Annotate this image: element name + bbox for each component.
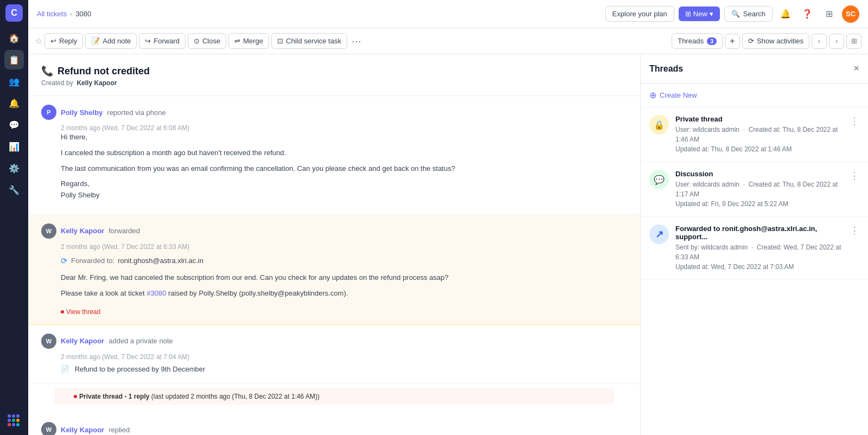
message-meta: P Polly Shelby reported via phone <box>41 105 627 120</box>
star-button[interactable]: ☆ <box>35 36 42 46</box>
notifications-icon[interactable]: 🔔 <box>777 5 794 23</box>
topnav-actions: Explore your plan ⊞ New ▾ 🔍 Search 🔔 ❓ ⊞… <box>605 5 859 23</box>
thread-indicator[interactable]: Private thread - 1 reply (last updated 2… <box>54 388 614 405</box>
sidebar-icon-home[interactable]: 🏠 <box>4 28 24 48</box>
view-thread-button[interactable]: View thread <box>61 308 100 316</box>
thread-item[interactable]: ↗ Forwarded to ronit.ghosh@astra.xlri.ac… <box>641 217 868 280</box>
threads-panel: Threads × ⊕ Create New 🔒 Private thread … <box>640 54 868 435</box>
add-note-button[interactable]: 📝 Add note <box>85 33 137 49</box>
ticket-subtitle: Created by Kelly Kapoor <box>41 79 627 87</box>
merge-button[interactable]: ⇌ Merge <box>228 33 269 49</box>
forward-button[interactable]: ↪ Forward <box>139 33 186 49</box>
message-meta: W Kelly Kapoor replied <box>41 422 627 435</box>
thread-indicator-label: Private thread - 1 reply (last updated 2… <box>79 393 320 400</box>
thread-item[interactable]: 🔒 Private thread User: wildcards admin ·… <box>641 107 868 162</box>
message-item: P Polly Shelby reported via phone 2 mont… <box>28 96 640 215</box>
message-body: 📄 Refund to be processed by 9th December <box>41 364 627 375</box>
thread-dot-icon <box>61 310 64 314</box>
message-body: Hi there, I canceled the subscription a … <box>41 132 627 201</box>
new-button[interactable]: ⊞ New ▾ <box>679 7 720 21</box>
close-threads-panel-button[interactable]: × <box>853 63 859 74</box>
thread-indicator-wrapper: Private thread - 1 reply (last updated 2… <box>28 384 640 413</box>
sidebar-icon-reports[interactable]: 📊 <box>4 137 24 156</box>
message-time: 2 months ago (Wed, 7 Dec 2022 at 6:33 AM… <box>61 243 627 251</box>
forwarded-thread-icon: ↗ <box>649 225 669 244</box>
thread-meta: User: wildcards admin · Created at: Thu,… <box>675 180 843 209</box>
show-activities-button[interactable]: ⟳ Show activities <box>742 33 809 49</box>
sidebar-icon-tickets[interactable]: 📋 <box>4 50 24 69</box>
threads-panel-title: Threads <box>649 64 683 74</box>
message-action: added a private note <box>108 337 173 345</box>
user-avatar[interactable]: SC <box>842 5 859 23</box>
child-service-task-button[interactable]: ⊡ Child service task <box>271 33 347 49</box>
sidebar-icon-chat[interactable]: 💬 <box>4 115 24 135</box>
sidebar-icon-contacts[interactable]: 👥 <box>4 72 24 91</box>
phone-icon: 📞 <box>41 65 53 77</box>
breadcrumb-parent[interactable]: All tickets <box>37 10 67 18</box>
app-logo[interactable]: C <box>5 4 23 22</box>
thread-name: Forwarded to ronit.ghosh@astra.xlri.ac.i… <box>675 225 843 241</box>
next-ticket-button[interactable]: › <box>829 34 844 49</box>
note-icon: 📝 <box>91 37 100 45</box>
explore-plan-button[interactable]: Explore your plan <box>605 6 674 22</box>
message-time: 2 months ago (Wed, 7 Dec 2022 at 6:08 AM… <box>61 124 627 132</box>
forwarded-email: ronit.ghosh@astra.xlri.ac.in <box>118 257 203 265</box>
sidebar-dots <box>8 414 21 426</box>
note-icon: 📄 <box>61 365 69 373</box>
close-button[interactable]: ⊙ Close <box>188 33 226 49</box>
thread-more-button[interactable]: ⋮ <box>850 225 859 236</box>
ticket-toolbar: ☆ ↩ Reply 📝 Add note ↪ Forward ⊙ Close ⇌… <box>28 28 868 54</box>
avatar: P <box>41 105 56 120</box>
ticket-link[interactable]: #3080 <box>146 289 166 297</box>
forwarded-icon: ⟳ <box>61 256 68 266</box>
threads-button[interactable]: Threads 3 <box>672 33 723 49</box>
search-button[interactable]: 🔍 Search <box>724 6 773 22</box>
avatar: W <box>41 422 56 435</box>
help-icon[interactable]: ❓ <box>799 5 816 23</box>
top-navigation: All tickets › 3080 Explore your plan ⊞ N… <box>28 0 868 28</box>
message-body: Dear Mr. Fring, we had canceled the subs… <box>61 272 627 299</box>
thread-more-button[interactable]: ⋮ <box>850 170 859 182</box>
new-icon: ⊞ <box>685 10 691 18</box>
message-author: Polly Shelby <box>61 108 103 117</box>
prev-ticket-button[interactable]: ‹ <box>812 34 827 49</box>
private-note-item: W Kelly Kapoor added a private note 2 mo… <box>28 325 640 385</box>
message-item: W Kelly Kapoor forwarded 2 months ago (W… <box>28 215 640 325</box>
message-author: Kelly Kapoor <box>61 227 104 235</box>
thread-info: Private thread User: wildcards admin · C… <box>675 115 843 154</box>
search-icon: 🔍 <box>731 10 740 18</box>
sidebar-icon-tools[interactable]: 🔧 <box>4 180 24 200</box>
thread-item[interactable]: 💬 Discussion User: wildcards admin · Cre… <box>641 162 868 217</box>
thread-name: Private thread <box>675 115 843 123</box>
reply-button[interactable]: ↩ Reply <box>44 33 83 49</box>
create-new-thread-button[interactable]: ⊕ Create New <box>641 84 868 107</box>
message-action: reported via phone <box>107 108 165 117</box>
sidebar: C 🏠 📋 👥 🔔 💬 📊 ⚙️ 🔧 <box>0 0 28 435</box>
more-options-button[interactable]: ⋯ <box>349 35 363 47</box>
message-meta: W Kelly Kapoor added a private note <box>41 334 627 349</box>
apps-icon[interactable]: ⊞ <box>820 5 838 23</box>
breadcrumb-separator: › <box>70 10 72 18</box>
breadcrumb: All tickets › 3080 <box>37 10 599 18</box>
message-author: Kelly Kapoor <box>61 337 104 345</box>
thread-info: Forwarded to ronit.ghosh@astra.xlri.ac.i… <box>675 225 843 272</box>
forwarded-to: ⟳ Forwarded to: ronit.ghosh@astra.xlri.a… <box>61 256 627 266</box>
sidebar-icon-settings[interactable]: ⚙️ <box>4 158 24 178</box>
thread-meta: User: wildcards admin · Created at: Thu,… <box>675 125 843 154</box>
message-author: Kelly Kapoor <box>61 426 104 434</box>
message-action: replied <box>108 426 130 434</box>
ticket-header: 📞 Refund not credited Created by Kelly K… <box>28 54 640 96</box>
thread-more-button[interactable]: ⋮ <box>850 115 859 127</box>
plus-icon: ⊕ <box>649 90 656 100</box>
forward-icon: ↪ <box>145 37 151 45</box>
private-thread-icon: 🔒 <box>649 115 669 135</box>
threads-add-button[interactable]: + <box>725 34 740 49</box>
discussion-thread-icon: 💬 <box>649 170 669 189</box>
thread-meta: Sent by: wildcards admin · Created: Wed,… <box>675 242 843 272</box>
ticket-title: 📞 Refund not credited <box>41 65 627 77</box>
avatar: W <box>41 334 56 349</box>
sidebar-icon-notifications[interactable]: 🔔 <box>4 93 24 113</box>
grid-view-button[interactable]: ⊞ <box>846 34 861 49</box>
message-meta: W Kelly Kapoor forwarded <box>41 223 627 239</box>
avatar: W <box>41 223 56 239</box>
